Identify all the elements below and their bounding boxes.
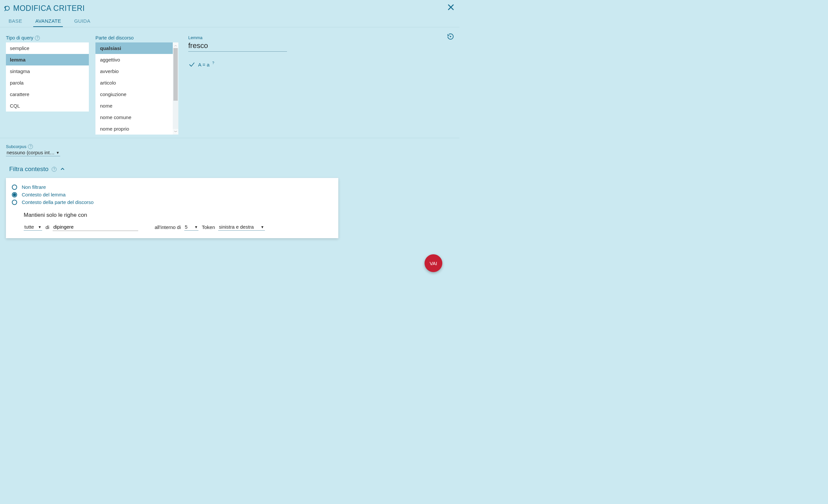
query-type-label: Tipo di query ? [6,35,89,40]
help-icon[interactable]: ? [52,167,56,172]
help-icon[interactable]: ? [35,36,40,40]
query-type-item[interactable]: parola [6,77,89,88]
pos-item[interactable]: avverbio [95,66,178,77]
go-button[interactable]: VAI [424,254,442,272]
pos-item[interactable]: qualsiasi [95,42,178,54]
chevron-up-icon [60,166,65,172]
query-type-item[interactable]: CQL [6,100,89,112]
chevron-down-icon: ▼ [56,151,59,155]
of-label: di [45,224,49,230]
help-icon[interactable]: ? [212,61,214,65]
pos-item[interactable]: congiuzione [95,88,178,100]
tab-advanced[interactable]: AVANZATE [33,15,63,27]
case-toggle-label[interactable]: A = a [198,62,210,68]
filter-option-none[interactable]: Non filtrare [12,183,332,191]
tab-base[interactable]: BASE [7,15,24,27]
lemma-input[interactable] [188,41,287,52]
pos-item[interactable]: nome proprio [95,123,178,134]
pos-item[interactable]: nome [95,100,178,112]
radio-icon [12,192,17,197]
subcorpus-label: Subcorpus ? [6,144,454,149]
tab-guide[interactable]: GUIDA [72,15,92,27]
keep-rows-label: Mantieni solo le righe con [24,212,332,218]
query-type-list: semplicelemmasintagmaparolacarattereCQL [6,42,89,112]
scroll-thumb[interactable] [173,48,178,101]
query-type-item[interactable]: semplice [6,42,89,54]
chevron-down-icon: ▼ [194,225,198,229]
scroll-down-icon[interactable]: ﹀ [173,129,178,134]
within-label: all'interno di [155,224,181,230]
filter-option-pos[interactable]: Contesto della parte del discorso [12,198,332,206]
query-type-item[interactable]: sintagma [6,66,89,77]
lemma-label: Lemma [188,35,454,40]
filter-within-select[interactable]: 5 ▼ [184,223,199,230]
chevron-down-icon: ▼ [38,225,41,229]
pos-list: qualsiasiaggettivoavverbioarticolocongiu… [95,42,178,134]
search-back-icon [4,5,11,12]
radio-icon [12,184,17,190]
tab-bar: BASE AVANZATE GUIDA [0,15,459,27]
dialog-title: MODIFICA CRITERI [13,4,85,13]
close-icon[interactable] [447,3,455,11]
radio-icon [12,200,17,205]
filter-direction-select[interactable]: sinistra e destra ▼ [218,223,264,230]
pos-item[interactable]: aggettivo [95,54,178,66]
filter-all-select[interactable]: tutte ▼ [24,223,42,230]
filter-context-header[interactable]: Filtra contesto ? [0,158,459,175]
pos-item[interactable]: articolo [95,77,178,88]
subcorpus-select[interactable]: nessuno (corpus int…▼ [6,149,60,156]
filter-panel: Non filtrare Contesto del lemma Contesto… [6,178,338,238]
chevron-down-icon: ▼ [261,225,264,229]
pos-scrollbar[interactable]: ︿ ﹀ [173,42,178,134]
filter-of-input[interactable] [53,223,138,231]
scroll-up-icon[interactable]: ︿ [173,42,178,48]
pos-label: Parte del discorso [95,35,178,40]
query-type-item[interactable]: lemma [6,54,89,66]
pos-item[interactable]: nome comune [95,112,178,123]
token-label: Token [202,224,215,230]
check-icon[interactable] [188,61,196,68]
help-icon[interactable]: ? [28,144,33,149]
query-type-item[interactable]: carattere [6,88,89,100]
filter-option-lemma[interactable]: Contesto del lemma [12,191,332,198]
